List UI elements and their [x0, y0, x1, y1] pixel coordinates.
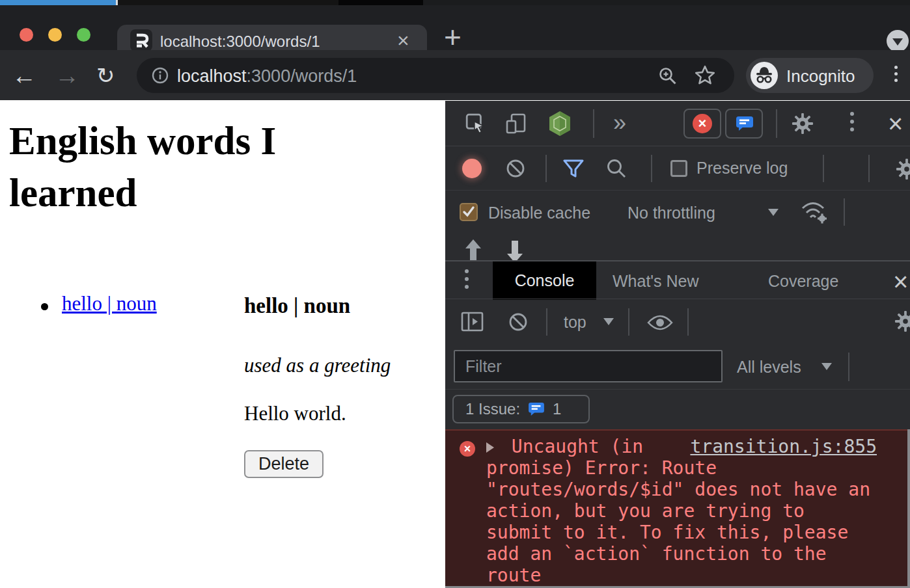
preserve-log-label[interactable]: Preserve log	[696, 159, 788, 178]
issues-badge[interactable]	[725, 109, 763, 139]
chevron-down-icon	[892, 38, 903, 46]
issues-chat-icon	[736, 116, 754, 131]
tab-strip: localhost:3000/words/1 × +	[0, 5, 910, 50]
close-window-traffic-light[interactable]	[20, 28, 33, 42]
error-message: Uncaught (in promise) Error: Route "rout…	[486, 436, 870, 586]
reload-icon[interactable]: ↻	[96, 64, 115, 87]
separator	[848, 353, 849, 381]
word-example: Hello world.	[244, 402, 346, 425]
drawer-menu-icon[interactable]	[465, 269, 469, 289]
devtools-panel: » × ×	[445, 101, 910, 588]
log-levels-dropdown[interactable]: All levels	[737, 358, 801, 377]
drawer-tab-bar: Console What's New Coverage ×	[445, 260, 910, 299]
browser-menu-icon[interactable]	[894, 66, 898, 82]
separator	[546, 308, 547, 336]
error-circle-icon: ×	[693, 114, 712, 133]
address-bar[interactable]: localhost:3000/words/1	[137, 58, 734, 93]
network-settings-gear-icon[interactable]	[894, 157, 910, 181]
drawer-close-icon[interactable]: ×	[893, 269, 908, 295]
tab-console[interactable]: Console	[493, 261, 596, 300]
inspect-element-icon[interactable]	[465, 113, 487, 135]
node-icon[interactable]	[548, 111, 572, 137]
levels-chevron-down-icon[interactable]	[821, 363, 832, 370]
clear-network-log-icon[interactable]	[505, 158, 526, 179]
throttling-dropdown[interactable]: No throttling	[627, 204, 715, 222]
export-har-down-arrow-icon[interactable]	[506, 239, 523, 260]
separator	[687, 308, 689, 336]
tab-close-icon[interactable]: ×	[397, 30, 409, 51]
separator	[776, 109, 777, 138]
separator	[844, 198, 845, 226]
clear-console-icon[interactable]	[508, 312, 529, 332]
record-network-log-icon[interactable]	[462, 159, 482, 178]
console-toolbar: top	[445, 299, 910, 344]
background-window-strip-black	[338, 0, 423, 5]
network-toolbar: Preserve log	[445, 146, 910, 191]
background-window-strip-dark	[118, 0, 338, 5]
minimize-window-traffic-light[interactable]	[48, 28, 62, 42]
window-right-edge	[907, 429, 910, 588]
separator	[823, 155, 824, 182]
network-conditions-icon[interactable]	[799, 198, 829, 226]
issues-row: 1 Issue: 1	[445, 390, 910, 429]
url-host: localhost	[177, 66, 247, 86]
page-content: English words I learned hello | noun hel…	[0, 100, 445, 588]
error-source-link[interactable]: transition.js:855	[690, 436, 877, 457]
issues-count: 1	[553, 400, 561, 418]
live-expression-eye-icon[interactable]	[647, 314, 673, 332]
word-link[interactable]: hello | noun	[62, 292, 157, 315]
throttling-chevron-down-icon[interactable]	[768, 209, 779, 216]
console-error-entry: × transition.js:855 Uncaught (in promise…	[445, 429, 910, 586]
incognito-badge: Incognito	[746, 58, 874, 93]
background-window-strip-gray	[423, 0, 910, 5]
bookmark-star-icon[interactable]	[694, 64, 716, 87]
tab-whats-new[interactable]: What's New	[613, 272, 699, 291]
execution-context-dropdown[interactable]: top	[564, 313, 586, 332]
delete-button[interactable]: Delete	[244, 450, 324, 478]
page-zoom-icon[interactable]	[657, 66, 678, 87]
forward-icon[interactable]: →	[55, 63, 79, 88]
disable-cache-label[interactable]: Disable cache	[488, 204, 590, 222]
maximize-window-traffic-light[interactable]	[77, 28, 90, 42]
word-title: hello | noun	[244, 294, 350, 318]
expand-triangle-icon[interactable]	[486, 442, 494, 453]
remix-favicon	[130, 29, 152, 51]
context-chevron-down-icon[interactable]	[603, 318, 614, 325]
console-filter-box	[454, 350, 723, 382]
har-actions-row	[445, 234, 910, 260]
site-info-icon[interactable]	[151, 66, 169, 85]
filter-funnel-icon[interactable]	[562, 159, 585, 178]
word-definition: used as a greeting	[244, 354, 391, 377]
error-count-badge[interactable]: ×	[683, 109, 721, 139]
issues-button[interactable]: 1 Issue: 1	[452, 395, 590, 423]
back-icon[interactable]: ←	[12, 63, 36, 88]
tab-coverage[interactable]: Coverage	[768, 272, 838, 291]
separator	[628, 308, 629, 336]
separator	[545, 155, 547, 182]
import-har-up-arrow-icon[interactable]	[465, 239, 482, 260]
device-toolbar-icon[interactable]	[505, 113, 527, 135]
network-toolbar-row2: Disable cache No throttling	[445, 191, 910, 234]
search-icon[interactable]	[605, 157, 627, 180]
background-window-strip-blue	[0, 0, 116, 5]
separator	[868, 155, 870, 182]
preserve-log-checkbox[interactable]	[670, 160, 687, 177]
disable-cache-checkbox[interactable]	[460, 203, 478, 221]
new-tab-icon[interactable]: +	[444, 22, 462, 52]
incognito-label: Incognito	[786, 66, 855, 87]
settings-gear-icon[interactable]	[790, 111, 815, 136]
devtools-menu-icon[interactable]	[850, 112, 854, 131]
console-settings-gear-icon[interactable]	[893, 309, 910, 334]
console-filter-input[interactable]	[455, 351, 721, 381]
error-x-icon: ×	[460, 441, 475, 457]
devtools-close-icon[interactable]: ×	[888, 111, 903, 137]
error-message-text: transition.js:855 Uncaught (in promise) …	[486, 436, 877, 586]
console-filter-row: All levels	[445, 344, 910, 390]
browser-toolbar: ← → ↻ localhost:3000/words/1	[0, 50, 910, 100]
more-tabs-icon[interactable]: »	[613, 111, 626, 135]
separator	[593, 109, 594, 138]
issues-chat-icon	[528, 402, 545, 416]
tab-search-button[interactable]	[887, 30, 909, 52]
tab-title: localhost:3000/words/1	[160, 33, 320, 51]
console-sidebar-icon[interactable]	[461, 311, 484, 333]
